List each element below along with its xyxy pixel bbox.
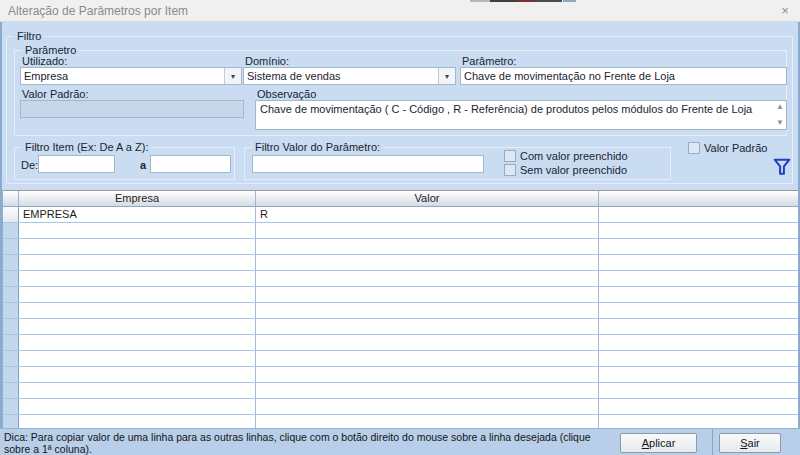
parametro-input[interactable] [460, 67, 787, 85]
table-row[interactable] [3, 399, 798, 415]
cell-empresa[interactable]: EMPRESA [19, 207, 256, 222]
table-row[interactable] [3, 383, 798, 399]
cell-valor[interactable] [256, 271, 599, 286]
cell-empresa[interactable] [19, 351, 256, 366]
scroll-down-icon[interactable]: ▼ [776, 119, 784, 127]
cell-empresa[interactable] [19, 255, 256, 270]
aplicar-button[interactable]: Aplicar [620, 433, 697, 453]
dominio-combobox[interactable]: Sistema de vendas ▾ [243, 67, 456, 85]
cell-valor[interactable] [256, 239, 599, 254]
table-row[interactable] [3, 287, 798, 303]
row-selector[interactable] [3, 239, 19, 254]
table-row[interactable] [3, 319, 798, 335]
table-row[interactable] [3, 303, 798, 319]
scroll-up-icon[interactable]: ▲ [776, 103, 784, 111]
hint-text: Dica: Para copiar valor de uma linha par… [4, 431, 604, 455]
cell-empresa[interactable] [19, 303, 256, 318]
cell-valor[interactable] [256, 255, 599, 270]
table-header-empresa[interactable]: Empresa [19, 191, 256, 206]
background-window-sliver [490, 0, 518, 2]
a-label: a [140, 159, 146, 171]
cell-valor[interactable] [256, 383, 599, 398]
cell-empresa[interactable] [19, 271, 256, 286]
cell-extra [599, 351, 798, 366]
valor-padrao-checkbox[interactable] [688, 142, 700, 154]
cell-valor[interactable] [256, 415, 599, 428]
row-selector[interactable] [3, 255, 19, 270]
utilizado-combobox[interactable]: Empresa ▾ [20, 67, 242, 85]
background-window-sliver [563, 0, 576, 2]
table-row[interactable] [3, 223, 798, 239]
chevron-down-icon[interactable]: ▾ [224, 68, 241, 84]
sair-button-key: S [740, 437, 747, 449]
cell-valor[interactable]: R [256, 207, 599, 222]
cell-valor[interactable] [256, 319, 599, 334]
cell-empresa[interactable] [19, 319, 256, 334]
cell-empresa[interactable] [19, 399, 256, 414]
row-selector[interactable] [3, 399, 19, 414]
table-row[interactable] [3, 351, 798, 367]
cell-extra [599, 367, 798, 382]
row-selector[interactable] [3, 287, 19, 302]
table-header-valor[interactable]: Valor [256, 191, 599, 206]
cell-extra [599, 319, 798, 334]
cell-valor[interactable] [256, 223, 599, 238]
cell-extra [599, 207, 798, 222]
sem-valor-checkbox[interactable] [504, 164, 516, 176]
cell-empresa[interactable] [19, 383, 256, 398]
cell-extra [599, 271, 798, 286]
filtro-valor-input[interactable] [252, 155, 484, 173]
row-selector[interactable] [3, 303, 19, 318]
dominio-value: Sistema de vendas [244, 68, 438, 84]
close-icon[interactable]: × [776, 3, 794, 19]
filtro-group-label: Filtro [14, 30, 44, 42]
aplicar-button-key: A [642, 437, 649, 449]
cell-empresa[interactable] [19, 367, 256, 382]
dominio-label: Domínio: [245, 55, 289, 67]
sair-button-rest: air [748, 437, 760, 449]
table-row[interactable] [3, 271, 798, 287]
valor-padrao-label: Valor Padrão: [22, 88, 88, 100]
com-valor-checkbox[interactable] [504, 150, 516, 162]
cell-valor[interactable] [256, 303, 599, 318]
table-row[interactable] [3, 255, 798, 271]
row-selector[interactable] [3, 319, 19, 334]
row-selector[interactable] [3, 207, 19, 222]
cell-empresa[interactable] [19, 287, 256, 302]
row-selector[interactable] [3, 415, 19, 428]
cell-empresa[interactable] [19, 223, 256, 238]
table-row[interactable] [3, 239, 798, 255]
cell-valor[interactable] [256, 287, 599, 302]
cell-empresa[interactable] [19, 415, 256, 428]
table-row[interactable] [3, 415, 798, 428]
table-header-selector [3, 191, 19, 206]
row-selector[interactable] [3, 351, 19, 366]
row-selector[interactable] [3, 223, 19, 238]
chevron-down-icon[interactable]: ▾ [438, 68, 455, 84]
cell-extra [599, 223, 798, 238]
cell-valor[interactable] [256, 335, 599, 350]
cell-empresa[interactable] [19, 335, 256, 350]
table-row[interactable] [3, 367, 798, 383]
cell-valor[interactable] [256, 351, 599, 366]
utilizado-label: Utilizado: [22, 55, 67, 67]
background-window-sliver [518, 0, 535, 2]
table-row[interactable]: EMPRESAR [3, 207, 798, 223]
row-selector[interactable] [3, 367, 19, 382]
sair-button[interactable]: Sair [719, 433, 781, 453]
observacao-textarea[interactable]: Chave de movimentação ( C - Código , R -… [255, 100, 787, 130]
title-bar: Alteração de Parâmetros por Item × [0, 0, 800, 22]
row-selector[interactable] [3, 271, 19, 286]
table-row[interactable] [3, 335, 798, 351]
parameters-table: Empresa Valor EMPRESAR [2, 190, 798, 428]
filtro-item-a-input[interactable] [150, 155, 231, 173]
row-selector[interactable] [3, 335, 19, 350]
filtro-item-de-input[interactable] [38, 155, 115, 173]
sem-valor-label: Sem valor preenchido [520, 164, 627, 176]
row-selector[interactable] [3, 383, 19, 398]
cell-valor[interactable] [256, 399, 599, 414]
table-header-extra [599, 191, 798, 206]
cell-valor[interactable] [256, 367, 599, 382]
filter-funnel-icon[interactable] [773, 157, 791, 179]
cell-empresa[interactable] [19, 239, 256, 254]
